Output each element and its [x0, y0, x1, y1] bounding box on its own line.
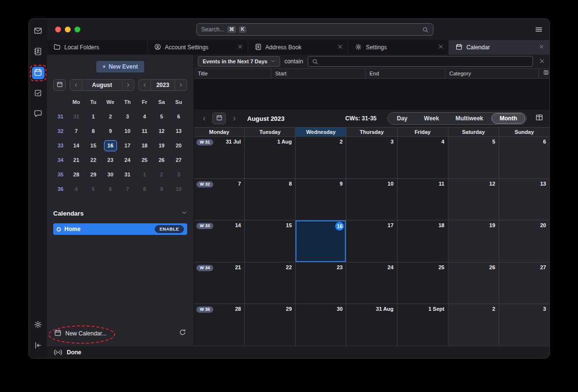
mini-calendar-day[interactable]: 4 [136, 109, 153, 124]
month-view-day-cell[interactable]: 1 Sept [398, 304, 448, 346]
global-search-input[interactable]: Search... ⌘ K [196, 23, 433, 36]
app-menu-button[interactable] [535, 26, 543, 33]
month-view-day-cell[interactable]: 29 [245, 304, 296, 346]
tab-calendar[interactable]: Calendar [449, 40, 549, 55]
mini-calendar-day[interactable]: 15 [85, 138, 102, 153]
new-calendar-button[interactable]: New Calendar... [54, 329, 106, 338]
view-button-month[interactable]: Month [491, 113, 525, 124]
previous-period-button[interactable] [199, 113, 209, 124]
next-period-button[interactable] [229, 113, 239, 124]
enable-badge[interactable]: ENABLE [155, 225, 184, 233]
mini-calendar-day[interactable]: 9 [102, 124, 119, 138]
month-view-day-cell[interactable]: 12 [448, 179, 499, 220]
month-view-day-cell[interactable]: 15 [245, 220, 296, 262]
view-button-week[interactable]: Week [416, 113, 447, 124]
month-view-day-cell[interactable]: 31 Aug [346, 304, 397, 346]
mini-calendar-day[interactable]: 19 [153, 138, 170, 153]
mini-calendar-day[interactable]: 7 [119, 182, 136, 196]
column-picker-button[interactable] [539, 69, 549, 78]
month-view-day-cell[interactable]: W 3131 Jul [194, 137, 245, 178]
month-view-day-cell[interactable]: 18 [398, 220, 448, 262]
month-view-day-cell[interactable]: 5 [448, 137, 499, 178]
mini-calendar-day[interactable]: 31 [119, 167, 136, 182]
mini-calendar-day[interactable]: 7 [68, 124, 85, 138]
mini-calendar-day[interactable]: 27 [170, 153, 187, 167]
month-view-day-cell[interactable]: 26 [448, 262, 499, 304]
event-range-dropdown[interactable]: Events in the Next 7 Days [198, 56, 280, 67]
column-header-start[interactable]: Start [271, 69, 366, 78]
mini-calendar-day[interactable]: 18 [136, 138, 153, 153]
month-view-day-cell[interactable]: 2 [296, 137, 346, 178]
month-view-day-cell[interactable]: W 3314 [194, 220, 245, 262]
mini-calendar-day[interactable]: 28 [68, 167, 85, 182]
mini-calendar-day[interactable]: 25 [136, 153, 153, 167]
close-tab-icon[interactable] [438, 44, 444, 51]
mini-calendar-day[interactable]: 20 [170, 138, 187, 153]
tab-address-book[interactable]: Address Book [248, 40, 349, 55]
mini-calendar-day[interactable]: 13 [170, 124, 187, 138]
calendar-space-button[interactable] [32, 67, 44, 79]
mini-calendar-day[interactable]: 8 [136, 182, 153, 196]
chevron-down-icon[interactable] [181, 209, 187, 218]
event-list-empty[interactable] [194, 79, 549, 110]
close-filter-button[interactable] [537, 57, 546, 66]
mini-calendar-day[interactable]: 26 [153, 153, 170, 167]
month-view-day-cell[interactable]: 6 [499, 137, 549, 178]
month-view-day-cell[interactable]: 25 [398, 262, 448, 304]
minimize-window-button[interactable] [65, 27, 71, 32]
mini-calendar-day[interactable]: 23 [102, 153, 119, 167]
mini-calendar-day[interactable]: 2 [102, 109, 119, 124]
tab-settings[interactable]: Settings [348, 40, 449, 55]
column-header-end[interactable]: End [366, 69, 445, 78]
mini-calendar-day[interactable]: 4 [68, 182, 85, 196]
mini-calendar-day[interactable]: 3 [119, 109, 136, 124]
month-view-day-cell[interactable]: W 3421 [194, 262, 245, 304]
mini-calendar-day[interactable]: 11 [136, 124, 153, 138]
month-view-day-cell[interactable]: 16 [296, 220, 346, 262]
rotate-view-button[interactable] [535, 114, 543, 123]
mini-calendar-day[interactable]: 6 [102, 182, 119, 196]
close-tab-icon[interactable] [539, 44, 544, 51]
mini-calendar-day[interactable]: 1 [136, 167, 153, 182]
month-view-day-cell[interactable]: W 3528 [194, 304, 245, 346]
month-view-day-cell[interactable]: 27 [499, 262, 549, 304]
mini-calendar-day[interactable]: 5 [153, 109, 170, 124]
mini-calendar-day[interactable]: 16 [102, 138, 119, 153]
go-to-today-button[interactable] [212, 113, 226, 124]
mail-space-button[interactable] [32, 25, 44, 38]
month-view-day-cell[interactable]: 23 [296, 262, 346, 304]
mini-calendar-day[interactable]: 17 [119, 138, 136, 153]
column-header-category[interactable]: Category [445, 69, 539, 78]
month-view-day-cell[interactable]: 4 [398, 137, 448, 178]
close-tab-icon[interactable] [237, 44, 243, 51]
month-view-day-cell[interactable]: 24 [346, 262, 397, 304]
mini-calendar-day[interactable]: 29 [85, 167, 102, 182]
mini-calendar-day[interactable]: 10 [119, 124, 136, 138]
mini-calendar-day[interactable]: 21 [68, 153, 85, 167]
month-view-day-cell[interactable]: 17 [346, 220, 397, 262]
sync-calendars-button[interactable] [179, 329, 186, 338]
close-window-button[interactable] [55, 27, 61, 32]
month-view-day-cell[interactable]: 20 [499, 220, 549, 262]
mini-calendar-day[interactable]: 3 [170, 167, 187, 182]
tab-account-settings[interactable]: Account Settings [148, 40, 248, 55]
mini-calendar-day[interactable]: 12 [153, 124, 170, 138]
month-view-day-cell[interactable]: 8 [245, 179, 296, 220]
month-view-day-cell[interactable]: 3 [346, 137, 397, 178]
mini-calendar-today-button[interactable] [53, 79, 66, 91]
event-filter-search-input[interactable] [308, 56, 533, 67]
mini-calendar-day[interactable]: 2 [153, 167, 170, 182]
new-event-button[interactable]: + New Event [96, 61, 145, 73]
month-view-day-cell[interactable]: 30 [296, 304, 346, 346]
mini-calendar-day[interactable]: 9 [153, 182, 170, 196]
next-year-button[interactable] [175, 80, 187, 90]
mini-calendar-day[interactable]: 10 [170, 182, 187, 196]
mini-calendar-day[interactable]: 22 [85, 153, 102, 167]
view-button-multiweek[interactable]: Multiweek [447, 113, 491, 124]
tab-local-folders[interactable]: Local Folders [47, 40, 148, 55]
view-button-day[interactable]: Day [389, 113, 416, 124]
zoom-window-button[interactable] [74, 27, 80, 32]
next-month-button[interactable] [122, 80, 134, 90]
month-view-day-cell[interactable]: 13 [499, 179, 549, 220]
calendar-list-item-home[interactable]: Home ENABLE [53, 223, 187, 235]
